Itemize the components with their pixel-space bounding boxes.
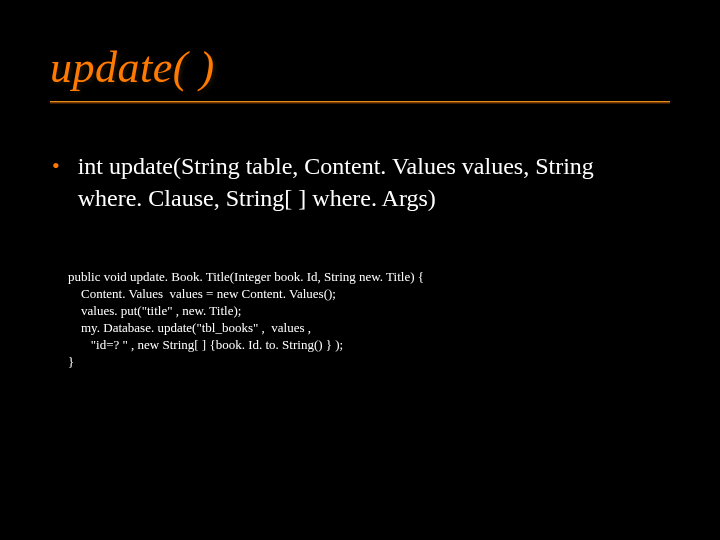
code-block: public void update. Book. Title(Integer … [68,268,670,370]
slide-title: update( ) [50,42,670,93]
bullet-marker: • [50,150,60,182]
code-line-3: values. put("title" , new. Title); [68,303,241,318]
title-underline [50,101,670,104]
bullet-line-1: int update(String table, Content. Values… [78,153,594,179]
bullet-list: • int update(String table, Content. Valu… [50,150,670,214]
code-line-5: "id=? " , new String[ ] {book. Id. to. S… [68,337,343,352]
code-line-6: } [68,354,74,369]
bullet-item: • int update(String table, Content. Valu… [50,150,670,214]
code-line-1: public void update. Book. Title(Integer … [68,269,424,284]
code-line-2: Content. Values values = new Content. Va… [68,286,336,301]
code-line-4: my. Database. update("tbl_books" , value… [68,320,311,335]
bullet-line-2: where. Clause, String[ ] where. Args) [78,185,436,211]
slide: update( ) • int update(String table, Con… [0,0,720,540]
bullet-text: int update(String table, Content. Values… [78,150,594,214]
